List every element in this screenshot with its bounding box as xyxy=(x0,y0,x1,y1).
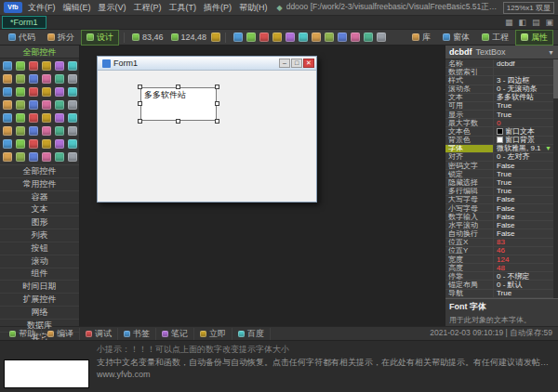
selection-handle[interactable] xyxy=(138,85,142,89)
toolbox-control-icon[interactable] xyxy=(66,137,79,150)
toolbox-category-7[interactable]: 按钮 xyxy=(0,242,79,255)
toolbox-control-icon[interactable] xyxy=(1,72,14,85)
toolbox-control-icon[interactable] xyxy=(40,85,53,98)
chevron-down-icon[interactable]: ▼ xyxy=(548,49,554,56)
toolbox-category-3[interactable]: 容器 xyxy=(0,190,79,203)
object-selector[interactable]: dcbdf TextBox ▼ xyxy=(445,46,558,59)
toolbox-category-2[interactable]: 常用控件 xyxy=(0,177,79,190)
tool-icon-7[interactable] xyxy=(312,33,321,42)
maximize-icon[interactable]: □ xyxy=(291,59,302,68)
toolbox-control-icon[interactable] xyxy=(1,59,14,72)
toolbox-control-icon[interactable] xyxy=(27,111,40,124)
toolbox-control-icon[interactable] xyxy=(27,150,40,163)
selection-handle[interactable] xyxy=(215,119,219,124)
toolbox-category-5[interactable]: 图形 xyxy=(0,216,79,229)
textbox-control[interactable]: 多多软件站 xyxy=(140,87,217,121)
toolbox-control-icon[interactable] xyxy=(27,98,40,111)
tool-icon-10[interactable] xyxy=(351,33,360,42)
toolbox-control-icon[interactable] xyxy=(53,59,66,72)
status-button-7[interactable]: 百度 xyxy=(232,328,271,340)
property-row[interactable]: 名称dcbdf xyxy=(445,59,553,68)
toolbox-control-icon[interactable] xyxy=(14,98,27,111)
list-view-icon[interactable]: ▤ xyxy=(529,17,543,29)
toolbox-category-12[interactable]: 网络 xyxy=(0,306,79,319)
selection-handle[interactable] xyxy=(138,101,142,106)
toolbox-control-icon[interactable] xyxy=(53,98,66,111)
toolbox-control-icon[interactable] xyxy=(53,111,66,124)
toolbox-category-4[interactable]: 文本 xyxy=(0,203,79,216)
toolbox-control-icon[interactable] xyxy=(40,72,53,85)
panel-tab-1[interactable]: 库 xyxy=(406,30,436,46)
menu-item-3[interactable]: 显示(V) xyxy=(95,2,130,14)
toolbox-category-1[interactable]: 全部控件 xyxy=(0,164,79,177)
status-button-3[interactable]: 调试 xyxy=(80,328,118,340)
tool-icon-6[interactable] xyxy=(299,33,308,42)
tool-icon-4[interactable] xyxy=(272,33,282,42)
toolbox-control-icon[interactable] xyxy=(40,124,53,137)
scrollbar-thumb[interactable] xyxy=(553,59,558,98)
toolbox-control-icon[interactable] xyxy=(14,111,27,124)
status-button-1[interactable]: 帮助 xyxy=(4,328,42,340)
selection-handle[interactable] xyxy=(176,85,180,89)
menu-item-1[interactable]: 文件(F) xyxy=(24,2,60,14)
view-tab-2[interactable]: 拆分 xyxy=(42,30,80,46)
menu-item-6[interactable]: 插件(P) xyxy=(200,2,235,14)
toolbox-control-icon[interactable] xyxy=(27,72,40,85)
toolbox-control-icon[interactable] xyxy=(14,150,27,163)
tab-form1[interactable]: *Form1 xyxy=(2,16,46,29)
toolbox-control-icon[interactable] xyxy=(27,124,40,137)
panel-tab-2[interactable]: 窗体 xyxy=(437,30,475,46)
toolbox-control-icon[interactable] xyxy=(40,150,53,163)
tool-icon-1[interactable] xyxy=(233,33,243,42)
toolbox-control-icon[interactable] xyxy=(14,85,27,98)
toolbox-control-icon[interactable] xyxy=(66,124,79,137)
toolbox-category-9[interactable]: 组件 xyxy=(0,268,79,281)
toolbox-header[interactable]: 全部控件 xyxy=(0,46,79,59)
menu-item-2[interactable]: 编辑(E) xyxy=(60,2,95,14)
toolbox-control-icon[interactable] xyxy=(14,124,27,137)
selection-handle[interactable] xyxy=(215,85,219,89)
website-link[interactable]: www.yfvb.com xyxy=(97,370,151,379)
panel-split-icon[interactable]: ◧ xyxy=(515,17,529,29)
toolbox-control-icon[interactable] xyxy=(66,85,79,98)
toolbox-control-icon[interactable] xyxy=(53,72,66,85)
toolbox-control-icon[interactable] xyxy=(53,124,66,137)
toolbox-control-icon[interactable] xyxy=(1,85,14,98)
panel-tab-3[interactable]: 工程 xyxy=(476,30,514,46)
toolbox-category-11[interactable]: 扩展控件 xyxy=(0,293,79,306)
view-tab-1[interactable]: 代码 xyxy=(3,30,41,46)
selection-handle[interactable] xyxy=(215,101,219,106)
selection-handle[interactable] xyxy=(176,119,180,124)
tool-icon-11[interactable] xyxy=(364,33,373,42)
menu-item-5[interactable]: 工具(T) xyxy=(166,2,201,14)
toolbox-control-icon[interactable] xyxy=(14,59,27,72)
toolbox-control-icon[interactable] xyxy=(14,72,27,85)
status-button-6[interactable]: 立即 xyxy=(194,328,232,340)
layout-grid-icon[interactable]: ▦ xyxy=(502,17,516,29)
toolbox-control-icon[interactable] xyxy=(1,137,14,150)
toolbox-control-icon[interactable] xyxy=(66,150,79,163)
status-button-4[interactable]: 书签 xyxy=(118,328,156,340)
menu-item-7[interactable]: 帮助(H) xyxy=(235,2,272,14)
toolbox-category-6[interactable]: 列表 xyxy=(0,229,79,242)
settings-icon[interactable]: ▣ xyxy=(542,17,556,29)
panel-tab-4[interactable]: 属性 xyxy=(515,30,553,46)
view-tab-3[interactable]: 设计 xyxy=(81,30,119,46)
toolbox-control-icon[interactable] xyxy=(27,137,40,150)
form-designer-canvas[interactable]: Form1 – □ ✕ 多多软件站 xyxy=(80,46,445,326)
toolbox-control-icon[interactable] xyxy=(40,111,53,124)
close-icon[interactable]: ✕ xyxy=(303,59,314,68)
toolbox-control-icon[interactable] xyxy=(27,59,40,72)
selection-handle[interactable] xyxy=(138,119,142,124)
minimize-icon[interactable]: – xyxy=(279,59,290,68)
form-body[interactable]: 多多软件站 xyxy=(98,71,316,202)
property-row[interactable]: 导航True xyxy=(445,290,553,298)
toolbox-control-icon[interactable] xyxy=(40,59,53,72)
tool-icon-3[interactable] xyxy=(259,33,269,42)
toolbox-control-icon[interactable] xyxy=(66,72,79,85)
toolbox-category-8[interactable]: 滚动 xyxy=(0,255,79,268)
lock-icon[interactable] xyxy=(211,33,220,42)
tool-icon-9[interactable] xyxy=(338,33,347,42)
toolbox-control-icon[interactable] xyxy=(53,85,66,98)
toolbox-control-icon[interactable] xyxy=(53,137,66,150)
